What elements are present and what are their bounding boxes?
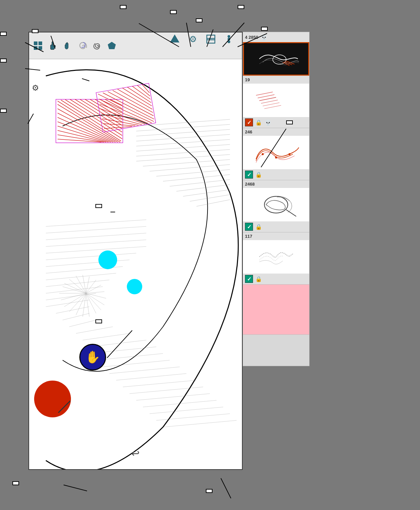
layer-2468-lock[interactable]: 🔒 <box>255 223 262 230</box>
svg-line-20 <box>136 119 230 126</box>
color-selector-label <box>12 481 19 485</box>
svg-point-128 <box>98 250 117 269</box>
svg-line-26 <box>136 149 230 156</box>
undo-redo-label <box>206 489 213 493</box>
widgets-menu-label <box>238 5 244 9</box>
layer-4-skull[interactable]: 💀 <box>260 33 268 41</box>
svg-line-100 <box>110 99 122 105</box>
layer-117-lock[interactable]: 🔒 <box>255 275 262 283</box>
tool-option-gear[interactable]: ⚙ <box>32 83 44 95</box>
layer-4-thumb <box>243 42 309 76</box>
layer-246-checkbox[interactable]: ✓ <box>245 171 253 179</box>
svg-line-145 <box>256 92 273 95</box>
layer-117-checkbox[interactable]: ✓ <box>245 275 253 283</box>
layer-view-panel: 4 2850 💀 19 <box>243 32 310 366</box>
svg-line-63 <box>136 394 210 400</box>
svg-line-77 <box>86 293 101 310</box>
layerview-label <box>286 120 293 124</box>
svg-line-79 <box>86 293 106 298</box>
layer-item-2468: 2468 ✓ 🔒 <box>243 180 309 232</box>
svg-line-27 <box>136 155 230 161</box>
svg-line-39 <box>46 233 146 240</box>
svg-line-70 <box>61 293 86 300</box>
system-menu-label <box>261 27 268 31</box>
undo-redo-button[interactable]: ↩ <box>131 447 140 459</box>
layer-2468-thumb <box>243 188 309 221</box>
layer-19-controls: 19 <box>243 76 309 84</box>
svg-line-24 <box>136 139 230 146</box>
svg-line-83 <box>86 277 89 293</box>
layer-4-num: 4 2850 <box>245 35 258 40</box>
svg-line-58 <box>103 360 170 367</box>
move-widget[interactable]: ✋ <box>79 344 106 371</box>
tool-menu-icon[interactable] <box>32 39 45 52</box>
svg-line-65 <box>150 407 223 414</box>
svg-line-53 <box>76 327 113 333</box>
pentagon-tool-icon[interactable] <box>105 39 118 52</box>
main-canvas: ⚙ <box>28 32 243 470</box>
layer-item-4: 4 2850 💀 <box>243 32 309 76</box>
layer-246-num: 246 <box>245 129 257 134</box>
svg-point-129 <box>127 279 142 294</box>
svg-rect-16 <box>38 41 42 45</box>
tool-option-label <box>0 109 7 113</box>
ribbon-label-annotation <box>39 71 45 74</box>
layer-19-skull[interactable]: 💀 <box>264 119 272 126</box>
layer-2468-checkbox[interactable]: ✓ <box>245 223 253 231</box>
tools-label <box>32 29 38 33</box>
svg-point-152 <box>275 157 277 159</box>
svg-line-142 <box>283 62 289 66</box>
svg-line-32 <box>170 180 230 186</box>
tool-menu-label <box>0 32 7 36</box>
svg-marker-19 <box>108 42 116 49</box>
layerview-toggle-button[interactable] <box>167 32 182 46</box>
svg-rect-135 <box>207 35 215 43</box>
swirl-tool-icon[interactable] <box>76 39 89 52</box>
svg-line-51 <box>63 313 89 320</box>
layer-item-246: 246 ✓ 🔒 <box>243 128 309 180</box>
svg-point-153 <box>288 153 290 155</box>
svg-line-62 <box>130 387 203 394</box>
layer-19-thumb <box>243 84 309 117</box>
svg-line-30 <box>156 170 230 176</box>
svg-point-139 <box>228 38 230 40</box>
widgets-menu-button[interactable] <box>222 32 236 46</box>
layerview-toggle-label <box>120 5 127 9</box>
layer-246-thumb <box>243 136 309 169</box>
layer-item-117: 117 ✓ 🔒 <box>243 232 309 285</box>
svg-line-45 <box>46 273 116 280</box>
svg-line-119 <box>137 84 150 98</box>
layer-2468-controls: 2468 <box>243 180 309 188</box>
layer-117-controls: 117 <box>243 232 309 240</box>
fullscreen-button[interactable] <box>203 32 218 46</box>
svg-rect-18 <box>38 46 42 50</box>
hand-tool-icon[interactable] <box>47 39 59 52</box>
svg-line-48 <box>46 293 96 300</box>
svg-line-22 <box>136 129 230 136</box>
layer-19-checkbox[interactable]: ✓ <box>245 118 253 126</box>
svg-line-23 <box>136 134 230 141</box>
svg-rect-15 <box>34 41 37 45</box>
layer-pink-area <box>243 285 309 335</box>
svg-line-41 <box>46 246 146 253</box>
layer-246-check-row: ✓ 🔒 <box>243 169 309 180</box>
svg-line-71 <box>64 293 86 307</box>
layer-246-lock[interactable]: 🔒 <box>255 171 262 178</box>
color-selector[interactable] <box>34 381 71 417</box>
svg-rect-17 <box>34 46 37 50</box>
svg-line-12 <box>64 485 87 491</box>
svg-line-146 <box>258 95 274 98</box>
layer-117-num: 117 <box>245 234 257 239</box>
svg-line-50 <box>56 307 89 313</box>
settings-button[interactable]: ⚙ <box>185 32 200 46</box>
tool-title-label <box>0 59 7 63</box>
layer-246-controls: 246 <box>243 128 309 136</box>
spiral-tool-icon[interactable] <box>91 39 103 52</box>
layer-19-num: 19 <box>245 77 257 82</box>
svg-line-42 <box>46 253 136 260</box>
svg-line-31 <box>163 175 230 181</box>
svg-line-35 <box>190 195 230 201</box>
svg-line-54 <box>83 333 130 340</box>
layer-19-lock[interactable]: 🔒 <box>255 119 262 126</box>
palm-tool-icon[interactable] <box>61 39 74 52</box>
